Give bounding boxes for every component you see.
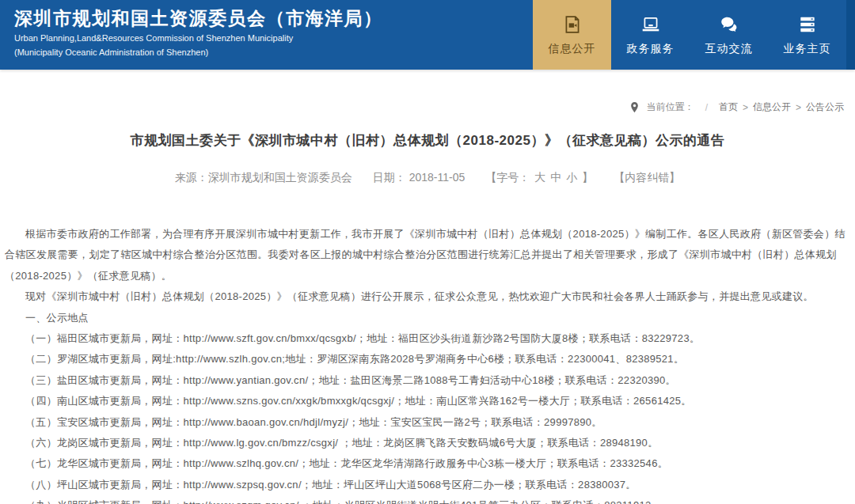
site-title: 深圳市规划和国土资源委员会（市海洋局）	[14, 6, 383, 30]
font-size-suffix: 】	[582, 171, 593, 185]
breadcrumb-information-disclosure[interactable]: 信息公开	[753, 100, 791, 114]
nav-tab-label: 互动交流	[705, 42, 753, 56]
breadcrumb-prefix: 当前位置：	[647, 100, 694, 114]
paragraph-invitation: 现对《深圳市城中村（旧村）总体规划（2018-2025）》（征求意见稿）进行公开…	[5, 286, 850, 307]
breadcrumb-separator: >	[743, 102, 748, 113]
content-correction-button[interactable]: 【内容纠错】	[614, 171, 680, 185]
location-item-pingshan: （八）坪山区城市更新局，网址：http://www.szpsq.gov.cn/；…	[5, 475, 850, 495]
server-stack-icon	[796, 14, 819, 35]
location-item-baoan: （五）宝安区城市更新局，网址：http://www.baoan.gov.cn/h…	[5, 412, 850, 433]
font-size-control: 【字号： 大 中 小 】	[485, 171, 593, 185]
site-brand[interactable]: 深圳市规划和国土资源委员会（市海洋局） Urban Planning,Land&…	[14, 6, 383, 59]
site-subtitle-en-1: Urban Planning,Land&Resources Commission…	[14, 32, 383, 44]
location-item-longgang: （六）龙岗区城市更新局，网址：http://www.lg.gov.cn/bmzz…	[5, 433, 850, 453]
paragraph-intro: 根据市委市政府的工作部署，为合理有序开展深圳市城中村更新工作，我市开展了《深圳市…	[5, 224, 850, 286]
article-body: 根据市委市政府的工作部署，为合理有序开展深圳市城中村更新工作，我市开展了《深圳市…	[5, 224, 850, 504]
location-item-longhua: （七）龙华区城市更新局，网址：http://www.szlhq.gov.cn/；…	[5, 453, 850, 474]
nav-tab-label: 信息公开	[549, 42, 596, 56]
breadcrumb-slash: /	[705, 102, 708, 113]
site-subtitle-en-2: (Municipality Oceanic Administration of …	[14, 47, 383, 59]
main-nav: 信息公开 政务服务 互	[533, 0, 846, 70]
font-size-medium-button[interactable]: 中	[550, 171, 561, 185]
font-size-large-button[interactable]: 大	[534, 171, 545, 185]
chat-bubbles-icon	[717, 14, 741, 35]
font-size-small-button[interactable]: 小	[566, 171, 577, 185]
breadcrumb-announcements[interactable]: 公告公示	[806, 100, 844, 114]
nav-tab-government-services[interactable]: 政务服务	[611, 0, 690, 70]
nav-tab-business-homepage[interactable]: 业务主页	[768, 0, 846, 70]
nav-tab-label: 业务主页	[784, 42, 831, 56]
breadcrumb-home[interactable]: 首页	[719, 100, 738, 114]
font-size-prefix: 【字号：	[485, 171, 530, 185]
article-meta: 来源：深圳市规划和国土资源委员会 日期： 2018-11-05 【字号： 大 中…	[0, 171, 855, 185]
page-title: 市规划国土委关于《深圳市城中村（旧村）总体规划（2018-2025）》（征求意见…	[0, 131, 855, 150]
section-heading-locations: 一、公示地点	[5, 308, 850, 328]
site-header: 深圳市规划和国土资源委员会（市海洋局） Urban Planning,Land&…	[0, 0, 855, 70]
location-item-guangming: （九）光明区城市更新局，网址：http://www.szgm.gov.cn/ ；…	[5, 495, 850, 504]
location-item-futian: （一）福田区城市更新局，网址：http://www.szft.gov.cn/bm…	[5, 328, 850, 349]
location-item-yantian: （三）盐田区城市更新局，网址：http://www.yantian.gov.cn…	[5, 370, 850, 391]
breadcrumb: 当前位置： / 首页 > 信息公开 > 公告公示	[630, 100, 844, 114]
breadcrumb-separator: >	[796, 102, 801, 113]
laptop-icon	[639, 14, 663, 35]
nav-tab-label: 政务服务	[627, 42, 674, 56]
location-item-nanshan: （四）南山区城市更新局，网址：http://www.szns.gov.cn/xx…	[5, 391, 850, 411]
doc-video-icon	[560, 14, 584, 35]
page: 深圳市规划和国土资源委员会（市海洋局） Urban Planning,Land&…	[0, 0, 855, 504]
header-edge-strip	[846, 0, 855, 70]
location-pin-icon	[630, 102, 639, 113]
meta-date: 日期： 2018-11-05	[373, 171, 465, 185]
location-item-luohu: （二）罗湖区城市更新局，网址:http://www.szlh.gov.cn;地址…	[5, 349, 850, 369]
nav-tab-interactive-exchange[interactable]: 互动交流	[690, 0, 768, 70]
nav-tab-information-disclosure[interactable]: 信息公开	[533, 0, 611, 70]
meta-source: 来源：深圳市规划和国土资源委员会	[175, 171, 352, 185]
